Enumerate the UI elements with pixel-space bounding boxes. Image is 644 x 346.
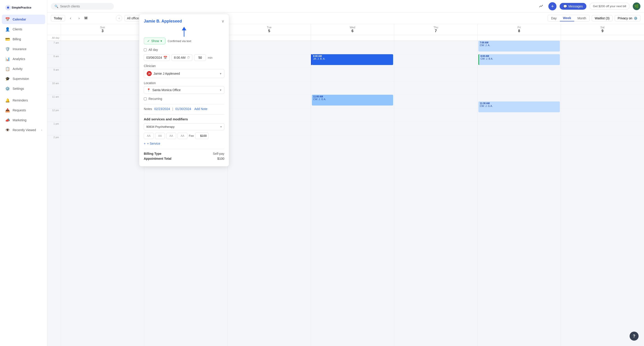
- note-link-1[interactable]: 02/23/2024: [154, 107, 170, 111]
- privacy-button[interactable]: Privacy on ⚙️: [615, 15, 640, 21]
- help-button[interactable]: ?: [630, 332, 638, 340]
- client-name[interactable]: Jamie B. Appleseed: [144, 19, 182, 24]
- promo-button[interactable]: Get $200 off your next bill: [590, 3, 630, 10]
- sidebar-item-billing[interactable]: 💳 Billing: [2, 34, 45, 44]
- waitlist-button[interactable]: Waitlist (3): [592, 15, 612, 21]
- add-note-button[interactable]: Add Note: [194, 107, 207, 111]
- cell-tue-12[interactable]: [228, 108, 311, 122]
- sidebar-collapse-button[interactable]: ‹: [116, 15, 122, 21]
- time-field[interactable]: 8:00 AM ⏱: [172, 54, 192, 61]
- event-fri-1130am[interactable]: 11:30 AM CW: J. G A.: [478, 102, 560, 112]
- cell-sat-8[interactable]: [561, 54, 644, 68]
- sidebar-item-clients[interactable]: 👤 Clients: [2, 24, 45, 34]
- date-field[interactable]: 03/06/2024 📅: [144, 54, 170, 61]
- clinician-select[interactable]: JA Jamie J Appleseed ▾: [144, 69, 224, 78]
- cell-thu-7[interactable]: [394, 41, 477, 54]
- event-wed-8am[interactable]: 8:00 AM JA: J. B. A.: [312, 54, 393, 65]
- cell-tue-10[interactable]: [228, 81, 311, 95]
- cell-sun-1[interactable]: [61, 122, 144, 135]
- modifier-btn-2[interactable]: AA: [155, 133, 165, 139]
- sidebar-item-reminders[interactable]: 🔔 Reminders: [2, 96, 45, 105]
- sidebar-item-calendar[interactable]: 📅 Calendar: [2, 14, 45, 24]
- cell-sun-10[interactable]: [61, 81, 144, 95]
- cell-tue-7[interactable]: [228, 41, 311, 54]
- cell-thu-2[interactable]: [394, 135, 477, 149]
- cell-tue-8[interactable]: [228, 54, 311, 68]
- allday-tue[interactable]: [228, 35, 311, 40]
- cell-wed-2[interactable]: [311, 135, 394, 149]
- cell-sat-7[interactable]: [561, 41, 644, 54]
- allday-fri[interactable]: [477, 35, 560, 40]
- modifier-btn-3[interactable]: AA: [166, 133, 176, 139]
- show-button[interactable]: ✓ Show ▾: [144, 38, 166, 44]
- cell-sat-11[interactable]: [561, 95, 644, 108]
- day-view-button[interactable]: Day: [548, 15, 560, 21]
- day-col-thu[interactable]: [394, 41, 477, 346]
- prev-button[interactable]: ‹: [67, 15, 74, 21]
- cell-sun-12[interactable]: [61, 108, 144, 122]
- sidebar-item-insurance[interactable]: 🛡️ Insurance: [2, 44, 45, 54]
- cell-thu-8[interactable]: [394, 54, 477, 68]
- allday-sat[interactable]: [561, 35, 644, 40]
- cell-sat-9[interactable]: [561, 68, 644, 81]
- event-fri-7am[interactable]: 7:00 AM CW: J. A.: [478, 41, 560, 52]
- add-button[interactable]: +: [548, 2, 556, 10]
- cell-wed-10[interactable]: [311, 81, 394, 95]
- add-service-button[interactable]: + + Service: [144, 142, 224, 145]
- note-link-2[interactable]: 01/30/2024: [175, 107, 191, 111]
- cell-sun-8[interactable]: [61, 54, 144, 68]
- cell-sat-10[interactable]: [561, 81, 644, 95]
- cell-tue-1[interactable]: [228, 122, 311, 135]
- sidebar-item-marketing[interactable]: 📣 Marketing: [2, 116, 45, 125]
- today-button[interactable]: Today: [51, 15, 65, 21]
- sidebar-item-analytics[interactable]: 📊 Analytics: [2, 54, 45, 64]
- cell-fri-1[interactable]: [478, 122, 560, 135]
- day-col-wed[interactable]: 8:00 AM JA: J. B. A. 11:00 AM CW: J. G A…: [311, 41, 394, 346]
- day-col-tue[interactable]: [228, 41, 311, 346]
- sidebar-item-requests[interactable]: 📥 Requests: [2, 106, 45, 115]
- chevron-down-icon[interactable]: ∨: [222, 19, 224, 24]
- allday-thu[interactable]: [394, 35, 477, 40]
- cell-sun-11[interactable]: [61, 95, 144, 108]
- cell-sun-2[interactable]: [61, 135, 144, 149]
- cell-thu-10[interactable]: [394, 81, 477, 95]
- modifier-btn-1[interactable]: AA: [144, 133, 154, 139]
- week-view-button[interactable]: Week: [560, 15, 574, 21]
- duration-input[interactable]: [194, 54, 206, 61]
- cell-wed-7[interactable]: [311, 41, 394, 54]
- cell-thu-11[interactable]: [394, 95, 477, 108]
- allday-wed[interactable]: [311, 35, 394, 40]
- sidebar-item-activity[interactable]: 📋 Activity: [2, 64, 45, 74]
- cell-sat-2[interactable]: [561, 135, 644, 149]
- analytics-trend-button[interactable]: [537, 2, 545, 10]
- allday-sun[interactable]: [61, 35, 144, 40]
- search-bar[interactable]: 🔍: [51, 3, 114, 10]
- cell-fri-9[interactable]: [478, 68, 560, 81]
- cell-wed-9[interactable]: [311, 68, 394, 81]
- modifier-btn-4[interactable]: AA: [178, 133, 188, 139]
- recurring-checkbox[interactable]: [144, 98, 147, 100]
- location-select[interactable]: 📍 Santa Monica Office ▾: [144, 86, 224, 94]
- cell-thu-12[interactable]: [394, 108, 477, 122]
- sidebar-item-settings[interactable]: ⚙️ Settings: [2, 84, 45, 93]
- user-avatar-button[interactable]: 🌿: [633, 2, 640, 10]
- month-view-button[interactable]: Month: [574, 15, 589, 21]
- event-wed-11am[interactable]: 11:00 AM CW: J. G A.: [312, 95, 393, 106]
- service-select[interactable]: 90834 Psychotherapy ▾: [144, 123, 224, 130]
- cell-tue-9[interactable]: [228, 68, 311, 81]
- fee-input[interactable]: [195, 132, 208, 139]
- day-col-sun[interactable]: [61, 41, 144, 346]
- sidebar-item-supervision[interactable]: 🎓 Supervision: [2, 74, 45, 84]
- allday-checkbox[interactable]: [144, 48, 147, 51]
- cell-sat-1[interactable]: [561, 122, 644, 135]
- next-button[interactable]: ›: [76, 15, 82, 21]
- cell-tue-11[interactable]: [228, 95, 311, 108]
- cell-wed-1[interactable]: [311, 122, 394, 135]
- sidebar-item-recently-viewed[interactable]: 👁️ Recently Viewed ›: [2, 125, 45, 135]
- search-input[interactable]: [60, 4, 110, 8]
- cell-wed-12[interactable]: [311, 108, 394, 122]
- cell-thu-9[interactable]: [394, 68, 477, 81]
- day-col-sat[interactable]: [561, 41, 644, 346]
- cell-tue-2[interactable]: [228, 135, 311, 149]
- cell-fri-10[interactable]: [478, 81, 560, 95]
